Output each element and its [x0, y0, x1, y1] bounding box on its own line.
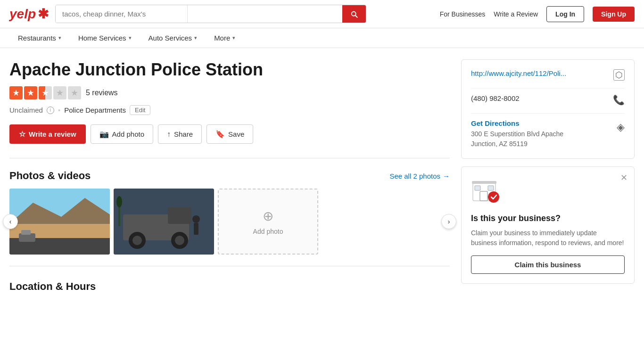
save-button[interactable]: 🔖 Save	[206, 124, 253, 144]
chevron-right-icon: ›	[448, 218, 450, 225]
close-icon[interactable]: ✕	[620, 173, 627, 182]
search-icon	[350, 10, 358, 18]
search-what-input[interactable]	[56, 5, 188, 23]
star-4: ★	[53, 86, 66, 99]
main-content: Apache Junction Police Station ★ ★ ★	[0, 48, 644, 304]
svg-rect-14	[194, 223, 198, 235]
card-divider-2	[471, 113, 625, 114]
star-1: ★	[9, 86, 23, 99]
chevron-down-icon: ▾	[194, 35, 197, 41]
svg-rect-21	[472, 181, 496, 184]
save-label: Save	[228, 130, 244, 138]
search-button[interactable]	[342, 5, 366, 23]
photos-wrapper: ‹	[9, 189, 450, 255]
phone-row: (480) 982-8002 📞	[471, 94, 625, 106]
svg-rect-20	[488, 186, 494, 190]
header-links: For Businesses Write a Review Log In Sig…	[440, 6, 635, 22]
chevron-down-icon: ▾	[58, 35, 61, 41]
photo-1-image	[9, 189, 110, 255]
svg-rect-5	[21, 230, 31, 235]
website-link[interactable]: http://www.ajcity.net/112/Poli...	[471, 69, 566, 77]
separator: •	[58, 106, 60, 114]
photos-prev-button[interactable]: ‹	[3, 214, 18, 229]
nav-item-more[interactable]: More ▾	[206, 28, 244, 48]
photos-next-button[interactable]: ›	[441, 214, 456, 229]
bookmark-icon: 🔖	[215, 130, 225, 139]
card-divider-1	[471, 88, 625, 89]
map-pin-icon: ◈	[617, 121, 625, 133]
write-review-button[interactable]: ☆ Write a review	[9, 124, 86, 144]
claim-business-button[interactable]: Claim this business	[471, 255, 625, 274]
write-review-label: Write a review	[29, 130, 76, 138]
add-photo-label: Add photo	[112, 130, 144, 138]
directions-info: Get Directions 300 E Superstition Blvd A…	[471, 119, 563, 149]
business-meta: Unclaimed i • Police Departments Edit	[9, 105, 450, 115]
add-photo-button[interactable]: 📷 Add photo	[91, 124, 153, 144]
get-directions-link[interactable]: Get Directions	[471, 119, 563, 127]
for-businesses-link[interactable]: For Businesses	[440, 10, 485, 18]
claim-icon	[471, 176, 625, 207]
signup-button[interactable]: Sign Up	[593, 7, 635, 22]
divider	[9, 158, 450, 158]
rating-row: ★ ★ ★ ★ ★ 5 reviews	[9, 86, 450, 99]
action-buttons: ☆ Write a review 📷 Add photo ↑ Share 🔖 S…	[9, 124, 450, 144]
photo-2-image	[114, 189, 214, 255]
star-2: ★	[24, 86, 37, 99]
chevron-down-icon: ▾	[129, 35, 132, 41]
business-info-card: http://www.ajcity.net/112/Poli... ⬡ (480…	[461, 59, 635, 159]
nav-item-restaurants[interactable]: Restaurants ▾	[9, 28, 70, 48]
see-all-photos-link[interactable]: See all 2 photos →	[389, 172, 450, 180]
star-5: ★	[68, 86, 81, 99]
svg-point-16	[116, 196, 122, 207]
svg-rect-19	[475, 186, 480, 190]
svg-point-13	[192, 215, 200, 223]
svg-point-10	[132, 236, 142, 245]
nav-label-home-services: Home Services	[78, 34, 126, 42]
photos-title: Photos & videos	[9, 170, 91, 182]
photo-2[interactable]	[114, 189, 214, 255]
add-photo-placeholder[interactable]: ⊕ Add photo	[218, 189, 318, 255]
login-button[interactable]: Log In	[546, 6, 584, 22]
claim-business-card: ✕ Is this	[461, 166, 635, 284]
claim-title: Is this your business?	[471, 214, 625, 223]
star-3: ★	[39, 86, 52, 99]
add-photo-icon: ⊕	[263, 208, 273, 224]
site-header: yelp ✱ San Francisco, CA For Businesses …	[0, 0, 644, 28]
business-sidebar: http://www.ajcity.net/112/Poli... ⬡ (480…	[461, 59, 635, 293]
directions-row: Get Directions 300 E Superstition Blvd A…	[471, 119, 625, 149]
arrow-right-icon: →	[443, 172, 450, 180]
share-icon: ↑	[167, 130, 171, 139]
svg-rect-18	[480, 191, 487, 201]
main-nav: Restaurants ▾ Home Services ▾ Auto Servi…	[0, 28, 644, 48]
nav-item-auto-services[interactable]: Auto Services ▾	[140, 28, 206, 48]
review-count: 5 reviews	[86, 89, 118, 97]
svg-point-22	[488, 191, 499, 203]
claim-description: Claim your business to immediately updat…	[471, 228, 625, 248]
business-title: Apache Junction Police Station	[9, 59, 450, 80]
address-line1: 300 E Superstition Blvd Apache	[471, 130, 563, 138]
see-all-label: See all 2 photos	[389, 172, 440, 180]
star-icon: ☆	[19, 130, 25, 139]
share-label: Share	[174, 130, 193, 138]
website-row: http://www.ajcity.net/112/Poli... ⬡	[471, 69, 625, 81]
nav-label-more: More	[214, 34, 230, 42]
svg-rect-8	[168, 207, 191, 224]
write-review-link[interactable]: Write a Review	[494, 10, 538, 18]
search-where-input[interactable]: San Francisco, CA	[188, 5, 342, 23]
photos-section: Photos & videos See all 2 photos → ‹	[9, 170, 450, 255]
category-link[interactable]: Police Departments	[64, 106, 126, 114]
claimed-status: Unclaimed	[9, 106, 43, 114]
chevron-down-icon: ▾	[232, 35, 235, 41]
nav-item-home-services[interactable]: Home Services ▾	[70, 28, 140, 48]
photo-1[interactable]	[9, 189, 110, 255]
yelp-logo[interactable]: yelp ✱	[9, 6, 49, 22]
divider-2	[9, 266, 450, 266]
share-button[interactable]: ↑ Share	[158, 124, 202, 144]
info-icon[interactable]: i	[47, 107, 54, 114]
add-photo-text: Add photo	[253, 228, 283, 235]
business-claim-illustration	[471, 176, 500, 206]
nav-label-restaurants: Restaurants	[18, 34, 56, 42]
location-title: Location & Hours	[9, 280, 450, 293]
edit-button[interactable]: Edit	[130, 105, 150, 115]
star-rating: ★ ★ ★ ★ ★	[9, 86, 81, 99]
